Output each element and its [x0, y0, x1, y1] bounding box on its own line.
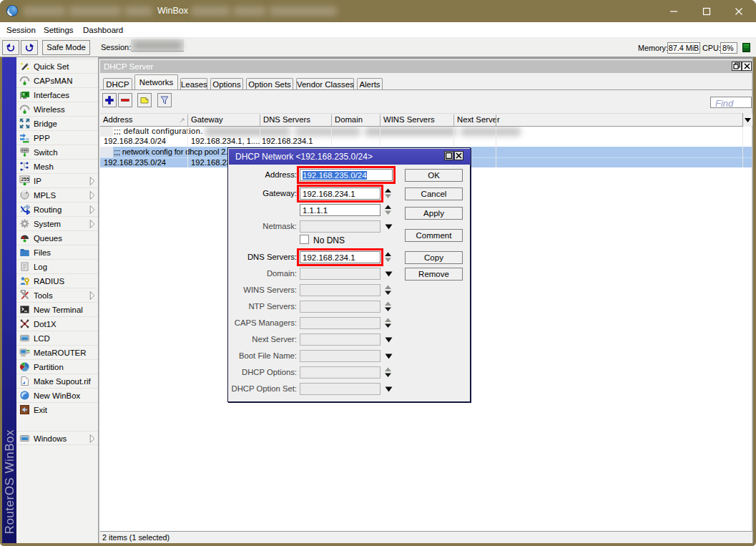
svg-text:255: 255	[21, 177, 29, 182]
